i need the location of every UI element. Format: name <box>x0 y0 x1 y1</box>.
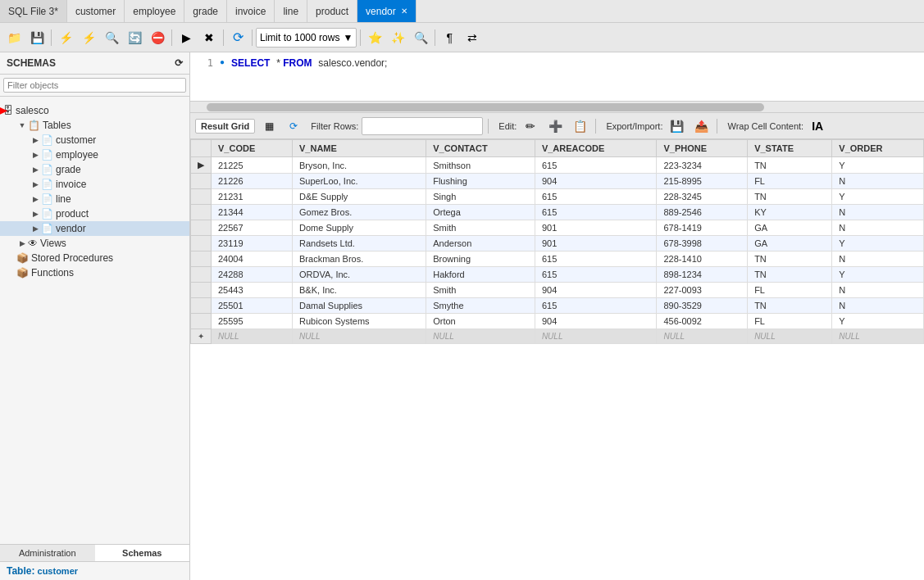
format-button[interactable]: ¶ <box>439 27 460 48</box>
table-cell[interactable] <box>191 174 212 189</box>
table-cell[interactable]: 21231 <box>212 189 293 205</box>
table-cell[interactable] <box>191 251 212 267</box>
table-cell[interactable]: 25595 <box>212 314 293 329</box>
stored-procedures-group[interactable]: 📦 Stored Procedures <box>0 251 189 265</box>
table-cell[interactable]: Rubicon Systems <box>293 314 426 329</box>
col-v-state[interactable]: V_STATE <box>748 140 832 157</box>
import-button[interactable]: 📤 <box>690 116 712 137</box>
table-cell[interactable]: Flushing <box>426 174 535 189</box>
bookmark-button[interactable]: ⭐ <box>364 27 385 48</box>
table-row[interactable]: 24288ORDVA, Inc.Hakford615898-1234TNY <box>191 267 924 283</box>
search-button[interactable]: 🔍 <box>410 27 431 48</box>
table-cell[interactable]: 678-3998 <box>657 236 748 251</box>
table-cell[interactable]: N <box>832 205 924 220</box>
col-v-name[interactable]: V_NAME <box>293 140 426 157</box>
table-cell[interactable]: GA <box>748 220 832 236</box>
tab-close-icon[interactable]: ✕ <box>401 7 407 16</box>
table-cell[interactable] <box>191 314 212 329</box>
table-cell[interactable]: Bryson, Inc. <box>293 157 426 174</box>
table-cell[interactable]: B&K, Inc. <box>293 283 426 298</box>
table-cell[interactable]: FL <box>748 283 832 298</box>
schema-item-salesco[interactable]: 🗄 salesco <box>0 103 189 118</box>
table-cell[interactable] <box>191 298 212 314</box>
export-button[interactable]: 💾 <box>666 116 687 137</box>
table-item-employee[interactable]: ▶ 📄 employee <box>0 147 189 162</box>
table-cell[interactable] <box>191 189 212 205</box>
table-cell[interactable] <box>191 267 212 283</box>
table-row[interactable]: 21226SuperLoo, Inc.Flushing904215-8995FL… <box>191 174 924 189</box>
table-cell[interactable]: 22567 <box>212 220 293 236</box>
table-cell[interactable] <box>191 236 212 251</box>
table-null-row[interactable]: ✦NULLNULLNULLNULLNULLNULLNULL <box>191 329 924 344</box>
filter-rows-input[interactable] <box>362 117 483 135</box>
result-grid-button[interactable]: Result Grid <box>195 119 255 134</box>
save-button[interactable]: 💾 <box>26 27 48 48</box>
table-cell[interactable]: Y <box>832 267 924 283</box>
refresh-button[interactable]: ⟳ <box>227 27 248 48</box>
table-cell[interactable]: FL <box>748 174 832 189</box>
tab-line[interactable]: line <box>275 0 307 22</box>
table-cell[interactable]: 228-3245 <box>657 189 748 205</box>
execute-button[interactable]: ⚡ <box>55 27 76 48</box>
edit-table-button[interactable]: 📋 <box>569 116 590 137</box>
table-row[interactable]: 25501Damal SuppliesSmythe615890-3529TNN <box>191 298 924 314</box>
administration-tab[interactable]: Administration <box>0 545 95 561</box>
table-cell[interactable]: Y <box>832 236 924 251</box>
cancel-button[interactable]: ✖ <box>198 27 220 48</box>
col-v-code[interactable]: V_CODE <box>212 140 293 157</box>
filter-input[interactable] <box>3 78 186 93</box>
table-cell[interactable]: 25443 <box>212 283 293 298</box>
table-cell[interactable]: Smythe <box>426 298 535 314</box>
tab-grade[interactable]: grade <box>184 0 227 22</box>
table-item-invoice[interactable]: ▶ 📄 invoice <box>0 177 189 192</box>
table-cell[interactable]: 21225 <box>212 157 293 174</box>
table-cell[interactable]: TN <box>748 157 832 174</box>
table-cell[interactable]: Dome Supply <box>293 220 426 236</box>
table-cell[interactable]: Orton <box>426 314 535 329</box>
table-cell[interactable]: Anderson <box>426 236 535 251</box>
tab-sql-file[interactable]: SQL File 3* <box>0 0 67 22</box>
table-cell[interactable]: SuperLoo, Inc. <box>293 174 426 189</box>
table-cell[interactable]: Browning <box>426 251 535 267</box>
table-cell[interactable]: GA <box>748 236 832 251</box>
table-cell[interactable]: N <box>832 298 924 314</box>
table-cell[interactable]: 904 <box>535 314 657 329</box>
error-button[interactable]: ⛔ <box>147 27 168 48</box>
table-item-grade[interactable]: ▶ 📄 grade <box>0 162 189 177</box>
table-cell[interactable]: Y <box>832 157 924 174</box>
tables-group[interactable]: ▼ 📋 Tables <box>0 118 189 133</box>
table-cell[interactable]: 890-3529 <box>657 298 748 314</box>
table-cell[interactable]: Brackman Bros. <box>293 251 426 267</box>
table-cell[interactable]: 904 <box>535 283 657 298</box>
table-cell[interactable]: FL <box>748 314 832 329</box>
explain-button[interactable]: 🔍 <box>101 27 122 48</box>
table-cell[interactable]: 21344 <box>212 205 293 220</box>
table-cell[interactable]: 901 <box>535 220 657 236</box>
stop-button[interactable]: 🔄 <box>124 27 145 48</box>
edit-add-button[interactable]: ➕ <box>544 116 566 137</box>
table-cell[interactable]: 21226 <box>212 174 293 189</box>
table-cell[interactable] <box>191 283 212 298</box>
tab-vendor[interactable]: vendor ✕ <box>357 0 416 22</box>
col-v-order[interactable]: V_ORDER <box>832 140 924 157</box>
table-item-vendor[interactable]: ▶ 📄 vendor <box>0 221 189 236</box>
table-row[interactable]: 23119Randsets Ltd.Anderson901678-3998GAY <box>191 236 924 251</box>
col-v-contact[interactable]: V_CONTACT <box>426 140 535 157</box>
table-cell[interactable]: 223-3234 <box>657 157 748 174</box>
table-cell[interactable]: Singh <box>426 189 535 205</box>
wrap-icon-button[interactable]: IA <box>807 116 828 137</box>
schema-icon[interactable]: ⟳ <box>175 57 183 69</box>
views-group[interactable]: ▶ 👁 Views <box>0 236 189 251</box>
table-cell[interactable]: 615 <box>535 189 657 205</box>
table-cell[interactable]: N <box>832 251 924 267</box>
table-cell[interactable]: 898-1234 <box>657 267 748 283</box>
edit-pencil-button[interactable]: ✏ <box>520 116 541 137</box>
tab-product[interactable]: product <box>307 0 357 22</box>
table-cell[interactable]: 615 <box>535 298 657 314</box>
tab-customer[interactable]: customer <box>67 0 125 22</box>
table-cell[interactable]: KY <box>748 205 832 220</box>
scrollbar-thumb[interactable] <box>207 103 764 111</box>
table-cell[interactable]: Smith <box>426 283 535 298</box>
table-cell[interactable]: Smith <box>426 220 535 236</box>
sql-query[interactable]: SELECT * FROM salesco.vendor; <box>231 57 387 70</box>
